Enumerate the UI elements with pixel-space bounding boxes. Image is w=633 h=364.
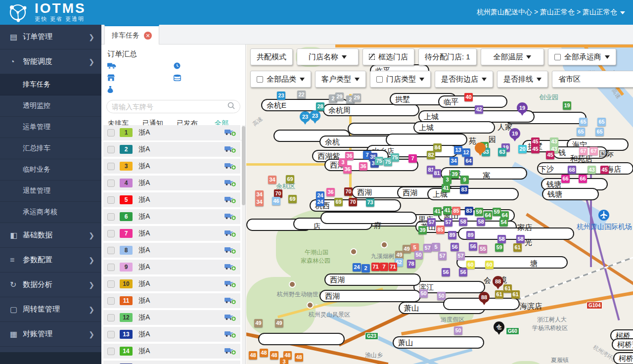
store-marker[interactable]: 48 — [249, 351, 257, 360]
store-marker[interactable]: 57 — [423, 244, 432, 252]
row-checkbox[interactable] — [107, 163, 115, 170]
filter-框选门店[interactable]: 框选门店 — [362, 48, 414, 65]
store-label-box[interactable] — [258, 333, 345, 345]
dispatch-truck-icon[interactable] — [225, 297, 236, 305]
store-marker[interactable]: 43 — [588, 166, 596, 174]
dispatch-truck-icon[interactable] — [225, 196, 236, 204]
store-label-box[interactable]: 上城 — [427, 188, 519, 200]
vehicle-row[interactable]: 11 浙A — [103, 293, 240, 308]
filter-门店名称[interactable]: 门店名称 — [297, 48, 359, 65]
checkbox[interactable] — [376, 76, 383, 83]
store-marker[interactable]: 41 — [433, 207, 442, 216]
store-marker[interactable]: 83 — [460, 185, 468, 194]
store-marker[interactable]: 24 — [353, 263, 361, 272]
store-marker[interactable]: 65 — [577, 128, 585, 136]
store-marker[interactable]: 50 — [437, 292, 446, 300]
close-icon[interactable]: ✕ — [144, 32, 152, 40]
store-marker[interactable]: 60 — [485, 261, 494, 269]
checkbox[interactable] — [257, 76, 263, 83]
store-marker[interactable]: 36 — [326, 188, 335, 196]
store-marker[interactable]: 23 — [277, 91, 285, 100]
store-marker[interactable]: 57 — [427, 218, 436, 227]
store-marker[interactable]: 63 — [498, 148, 506, 156]
store-marker[interactable]: 28 — [316, 102, 324, 111]
dispatch-truck-icon[interactable] — [225, 330, 236, 338]
store-marker[interactable]: 3 — [443, 176, 452, 184]
store-marker[interactable]: 69 — [286, 175, 294, 183]
row-checkbox[interactable] — [107, 230, 115, 237]
store-label-box[interactable]: 上城 — [413, 121, 495, 134]
store-marker[interactable]: 56 — [451, 243, 459, 251]
dispatch-truck-icon[interactable] — [225, 246, 236, 254]
filter-省市区[interactable]: 省市区 — [552, 71, 633, 88]
store-marker[interactable]: 81 — [433, 169, 441, 178]
filter-是否街边店[interactable]: 是否街边店 — [435, 71, 493, 88]
store-marker[interactable]: 9 — [460, 176, 469, 184]
filter-全部承运商[interactable]: 全部承运商 — [548, 48, 616, 65]
store-marker[interactable]: 60 — [466, 261, 475, 269]
store-marker[interactable]: 41 — [442, 184, 450, 192]
store-marker[interactable]: 34 — [268, 176, 276, 184]
sidebar-subitem-临时业务[interactable]: 临时业务 — [0, 159, 101, 181]
store-label-box[interactable]: 柯桥中 — [613, 352, 633, 364]
store-marker[interactable]: 40 — [464, 93, 473, 101]
sidebar-item-对账管理[interactable]: ▦ 对账管理 ❯ — [0, 322, 101, 347]
store-marker[interactable]: 5 — [432, 243, 440, 251]
dispatch-truck-icon[interactable] — [225, 213, 236, 221]
dispatch-truck-icon[interactable] — [225, 229, 236, 237]
checkbox[interactable] — [554, 54, 561, 60]
store-marker[interactable]: 70 — [349, 198, 357, 206]
store-marker[interactable]: 36 — [359, 162, 367, 171]
store-marker[interactable]: 50 — [414, 251, 423, 259]
filter-全部品类[interactable]: 全部品类 — [250, 71, 311, 88]
store-marker[interactable]: 29 — [353, 93, 361, 102]
store-marker[interactable]: 59 — [475, 208, 483, 216]
row-checkbox[interactable] — [107, 280, 115, 288]
map-pin[interactable]: 19 — [517, 102, 528, 113]
map-pin[interactable]: 19 — [509, 128, 520, 139]
sidebar-item-参数配置[interactable]: ≡ 参数配置 ❯ — [0, 248, 101, 273]
filter-门店类型[interactable]: 门店类型 — [370, 71, 431, 88]
store-marker[interactable]: 70 — [344, 187, 353, 196]
map-pin[interactable]: 23 — [310, 110, 320, 121]
store-marker[interactable]: 61 — [503, 284, 512, 293]
store-marker[interactable]: 69 — [334, 198, 343, 206]
plate-search-input[interactable] — [112, 103, 227, 111]
store-marker[interactable]: 82 — [427, 151, 435, 159]
store-marker[interactable]: 12 — [462, 148, 470, 157]
row-checkbox[interactable] — [107, 348, 115, 355]
store-marker[interactable]: 22 — [297, 91, 306, 99]
sidebar-item-基础数据[interactable]: ◧ 基础数据 ❯ — [0, 223, 101, 248]
dispatch-truck-icon[interactable] — [225, 280, 236, 288]
map-pin[interactable]: 88 — [493, 276, 503, 287]
row-checkbox[interactable] — [107, 247, 115, 254]
filter-全部温层[interactable]: 全部温层 — [481, 48, 544, 65]
store-marker[interactable]: 39 — [418, 226, 427, 234]
store-marker[interactable]: 89 — [448, 231, 456, 239]
scrollbar-thumb[interactable] — [242, 126, 245, 205]
store-marker[interactable]: 56 — [469, 242, 477, 251]
vehicle-row[interactable]: 7 浙A — [103, 226, 240, 241]
store-marker[interactable]: 83 — [465, 207, 473, 215]
sidebar-subitem-退筐管理[interactable]: 退筐管理 — [0, 181, 101, 202]
store-marker[interactable]: 78 — [407, 260, 415, 268]
vehicle-row[interactable]: 15 浙A — [103, 361, 240, 364]
store-marker[interactable]: 45 — [546, 151, 554, 159]
store-marker[interactable]: 64 — [464, 157, 473, 165]
vehicle-row[interactable]: 3 浙A — [103, 159, 240, 174]
store-marker[interactable]: 89 — [466, 231, 475, 239]
store-marker[interactable]: 49 — [254, 319, 263, 327]
store-marker[interactable]: 2 — [362, 264, 370, 273]
store-marker[interactable]: 34 — [255, 198, 264, 206]
store-marker[interactable]: 56 — [442, 268, 450, 276]
store-marker[interactable]: 66 — [561, 175, 570, 183]
store-marker[interactable]: 57 — [456, 252, 465, 260]
store-marker[interactable]: 48 — [295, 353, 303, 362]
tab-paiche-renwu[interactable]: 排车任务 ✕ — [104, 25, 159, 45]
row-checkbox[interactable] — [107, 297, 115, 305]
store-marker[interactable]: 75 — [375, 157, 383, 165]
map-pin[interactable]: 88 — [479, 292, 490, 303]
store-marker[interactable]: 48 — [270, 351, 278, 360]
row-checkbox[interactable] — [107, 264, 115, 271]
dispatch-truck-icon[interactable] — [225, 263, 236, 271]
